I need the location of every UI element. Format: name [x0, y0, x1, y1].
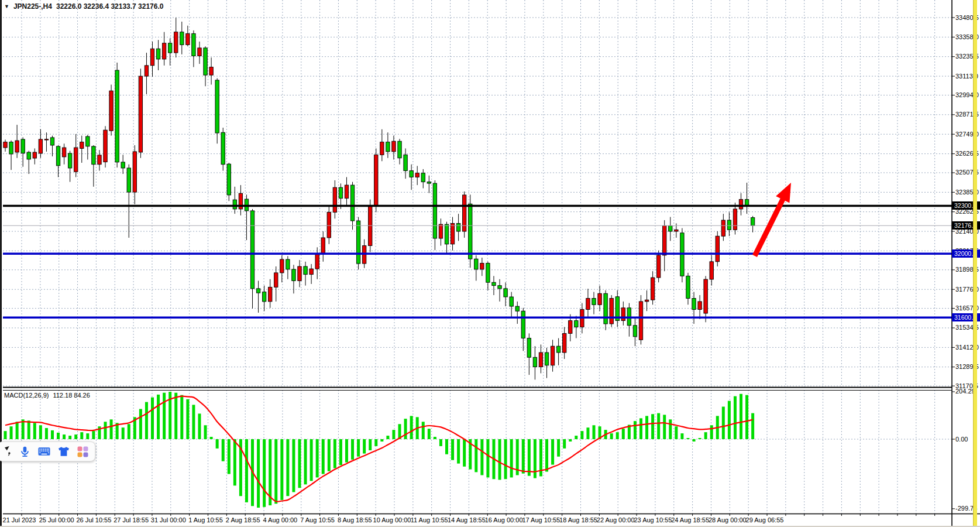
keyboard-icon[interactable] — [38, 447, 50, 456]
candle — [68, 153, 71, 168]
candle — [592, 298, 596, 304]
candle — [180, 32, 184, 45]
candle — [751, 218, 754, 226]
candle — [139, 76, 142, 152]
candle — [27, 152, 30, 159]
candle — [656, 255, 660, 278]
candle — [486, 264, 490, 283]
candle — [44, 139, 48, 140]
candle — [156, 49, 160, 59]
candle — [80, 142, 84, 149]
candle — [9, 142, 13, 154]
candle — [504, 289, 507, 297]
candle — [427, 182, 431, 183]
candle — [639, 302, 642, 340]
candle — [651, 278, 654, 300]
candle — [62, 148, 66, 157]
candle — [721, 220, 725, 236]
candle — [174, 32, 178, 53]
candle — [56, 146, 60, 166]
candle — [274, 273, 278, 288]
candle — [133, 152, 136, 192]
macd-signal-line — [5, 396, 753, 502]
chart-canvas[interactable] — [0, 0, 980, 527]
trend-arrow-annotation[interactable] — [752, 183, 791, 257]
candle — [374, 155, 378, 206]
candle — [669, 226, 672, 232]
candle — [280, 259, 284, 273]
candle — [710, 262, 713, 279]
candle — [527, 338, 531, 358]
macd-layer — [4, 392, 755, 508]
candle — [256, 289, 260, 293]
candle — [545, 353, 548, 365]
candle — [675, 230, 678, 231]
candle — [50, 138, 54, 145]
candle — [298, 266, 301, 281]
tshirt-icon[interactable] — [58, 446, 70, 457]
candle — [410, 171, 413, 177]
candle — [621, 308, 625, 321]
yellow-scroll-strip[interactable] — [973, 0, 977, 526]
candle — [310, 269, 313, 275]
color-grid-icon[interactable] — [77, 446, 88, 457]
candle — [74, 148, 78, 172]
microphone-icon[interactable] — [19, 446, 30, 457]
candle — [686, 276, 690, 298]
candle — [168, 43, 171, 53]
trading-chart-window: ▼ JPN225-,H4 32226.0 32236.4 32133.7 321… — [0, 0, 980, 527]
candle — [286, 259, 290, 269]
candle — [145, 66, 148, 76]
candle — [739, 200, 742, 209]
candle — [321, 238, 325, 254]
symbol-dropdown-icon[interactable]: ▼ — [4, 4, 9, 9]
candle — [4, 142, 7, 148]
candle — [692, 298, 696, 309]
candles-layer — [4, 18, 755, 379]
candle — [633, 326, 637, 337]
pen-partial-icon[interactable] — [5, 446, 12, 457]
candle — [304, 266, 307, 275]
candle — [421, 173, 425, 182]
candle — [262, 292, 266, 302]
candle — [162, 43, 166, 59]
candle — [716, 236, 719, 262]
candle — [498, 286, 501, 289]
candle — [104, 130, 107, 162]
candle — [533, 357, 537, 367]
candle — [645, 300, 648, 302]
candle — [610, 298, 613, 324]
candle — [115, 70, 119, 162]
candle — [445, 224, 448, 244]
candle — [439, 224, 442, 238]
candle — [404, 155, 407, 170]
candle — [380, 142, 384, 155]
candle — [556, 346, 560, 353]
candle — [215, 80, 219, 133]
candle — [733, 209, 737, 230]
candle — [121, 162, 125, 168]
candle — [198, 48, 201, 56]
candle — [480, 264, 484, 269]
candle — [386, 142, 390, 152]
candle — [392, 141, 396, 152]
candle — [339, 187, 342, 199]
candle — [492, 282, 496, 285]
candle — [15, 141, 19, 152]
candle — [150, 49, 154, 66]
candle — [398, 141, 401, 158]
candle — [704, 279, 707, 313]
candle — [356, 221, 360, 264]
macd-indicator-label: MACD(12,26,9) 112.18 84.26 — [4, 392, 90, 399]
candle — [327, 212, 331, 238]
candle — [333, 187, 336, 212]
candle — [39, 139, 42, 153]
candle — [269, 287, 272, 302]
candle — [127, 168, 130, 192]
candle — [227, 164, 231, 195]
candle — [92, 146, 95, 165]
candle — [233, 200, 236, 209]
candle — [433, 183, 436, 238]
candle — [451, 223, 454, 244]
candle — [192, 33, 195, 56]
